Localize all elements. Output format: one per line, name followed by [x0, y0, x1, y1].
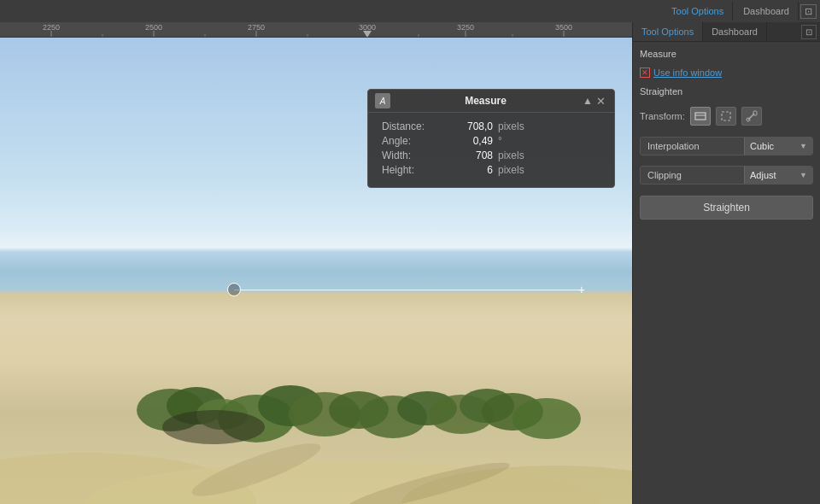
main-layout: 2250 2500 2750 3000 3250 3500 — [0, 22, 820, 504]
measure-dialog: A Measure ▲ ✕ Distance: 708,0 pixels Ang… — [367, 89, 615, 188]
interpolation-label: Interpolation — [641, 138, 744, 155]
image-canvas[interactable]: + A Measure ▲ ✕ Distance: 708,0 pixels — [0, 38, 632, 504]
measure-angle-row: Angle: 0,49 ° — [382, 135, 600, 147]
svg-text:3500: 3500 — [555, 23, 572, 32]
svg-rect-37 — [695, 113, 706, 120]
transform-button-layer[interactable] — [690, 107, 711, 126]
measure-width-row: Width: 708 pixels — [382, 149, 600, 161]
panel-content: Measure ✕ Use info window Straighten Tra… — [633, 42, 820, 225]
interpolation-arrow: ▼ — [800, 142, 807, 150]
height-label: Height: — [382, 164, 450, 176]
measure-height-row: Height: 6 pixels — [382, 164, 600, 176]
panel-expand-button[interactable]: ⊡ — [800, 4, 817, 19]
top-tab-bar: Tool Options Dashboard ⊡ — [0, 0, 820, 22]
tab-dashboard-right[interactable]: Dashboard — [703, 22, 767, 41]
clipping-arrow: ▼ — [800, 171, 807, 179]
interpolation-value[interactable]: Cubic ▼ — [744, 138, 812, 155]
angle-label: Angle: — [382, 135, 450, 147]
tab-dashboard[interactable]: Dashboard — [735, 2, 799, 21]
panel-tab-bar: Tool Options Dashboard ⊡ — [633, 22, 820, 42]
height-value: 6 — [450, 164, 493, 176]
tab-tool-options[interactable]: Tool Options — [663, 2, 733, 21]
distance-label: Distance: — [382, 120, 450, 132]
height-unit: pixels — [498, 164, 524, 176]
svg-point-36 — [162, 410, 265, 444]
straighten-button[interactable]: Straighten — [640, 196, 813, 220]
measure-start-point — [227, 283, 241, 296]
clipping-dropdown[interactable]: Clipping Adjust ▼ — [640, 166, 813, 185]
measure-line — [234, 290, 582, 290]
eyedropper-icon — [746, 110, 758, 122]
measure-tool-icon: A — [375, 93, 390, 108]
width-unit: pixels — [498, 149, 524, 161]
interpolation-current: Cubic — [750, 141, 774, 151]
svg-text:3000: 3000 — [359, 23, 376, 32]
selection-icon — [720, 110, 732, 122]
width-value: 708 — [450, 149, 493, 161]
distance-value: 708,0 — [450, 120, 493, 132]
svg-text:2250: 2250 — [43, 23, 60, 32]
use-info-row: ✕ Use info window — [640, 66, 813, 79]
use-info-link[interactable]: Use info window — [653, 67, 722, 78]
measure-dialog-body: Distance: 708,0 pixels Angle: 0,49 ° Wid… — [368, 113, 614, 187]
measure-dialog-close-button[interactable]: ✕ — [594, 95, 607, 108]
straighten-section-header: Straighten — [640, 86, 813, 97]
measure-dialog-up-button[interactable]: ▲ — [581, 95, 594, 107]
angle-unit: ° — [498, 135, 502, 147]
measure-section-header: Measure — [640, 49, 813, 59]
clipping-current: Adjust — [750, 170, 776, 180]
transform-button-selection[interactable] — [716, 107, 736, 126]
layer-icon — [694, 110, 706, 122]
transform-label: Transform: — [640, 111, 685, 121]
ruler-top: 2250 2500 2750 3000 3250 3500 — [0, 22, 632, 38]
svg-text:2750: 2750 — [248, 23, 265, 32]
svg-point-33 — [512, 398, 581, 439]
measure-dialog-header: A Measure ▲ ✕ — [368, 90, 614, 113]
right-panel: Tool Options Dashboard ⊡ Measure ✕ Use i… — [632, 22, 820, 504]
svg-rect-39 — [722, 112, 730, 120]
clipping-value[interactable]: Adjust ▼ — [744, 167, 812, 184]
distance-unit: pixels — [498, 120, 524, 132]
transform-row: Transform: — [640, 107, 813, 126]
tab-tool-options-right[interactable]: Tool Options — [633, 22, 703, 41]
svg-text:2500: 2500 — [145, 23, 162, 32]
clipping-label: Clipping — [641, 167, 744, 184]
svg-text:3250: 3250 — [457, 23, 474, 32]
angle-value: 0,49 — [450, 135, 493, 147]
transform-button-eyedropper[interactable] — [741, 107, 762, 126]
panel-expand-btn[interactable]: ⊡ — [801, 25, 817, 39]
width-label: Width: — [382, 149, 450, 161]
measure-distance-row: Distance: 708,0 pixels — [382, 120, 600, 132]
interpolation-dropdown[interactable]: Interpolation Cubic ▼ — [640, 137, 813, 155]
measure-end-point: + — [576, 284, 588, 296]
measure-dialog-title: Measure — [390, 95, 581, 107]
use-info-checkbox[interactable]: ✕ — [640, 67, 650, 78]
canvas-area[interactable]: 2250 2500 2750 3000 3250 3500 — [0, 22, 632, 504]
svg-marker-8 — [363, 31, 372, 38]
